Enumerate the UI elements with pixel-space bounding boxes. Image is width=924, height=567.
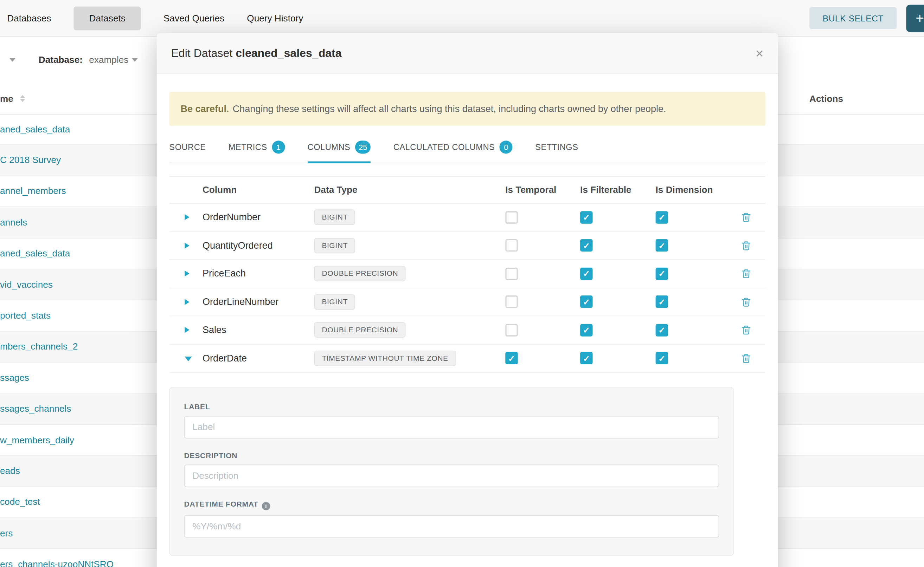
checkbox-is-filterable[interactable]: ✓ (580, 239, 593, 252)
columns-table-header: Column Data Type Is Temporal Is Filterab… (169, 176, 765, 204)
edit-dataset-modal: Edit Dataset cleaned_sales_data × Be car… (157, 33, 778, 567)
checkbox-is-filterable[interactable]: ✓ (580, 211, 593, 224)
column-row: OrderDateTIMESTAMP WITHOUT TIME ZONE✓✓✓ (169, 344, 765, 372)
check-icon: ✓ (658, 213, 665, 222)
chevron-right-icon[interactable] (185, 214, 190, 220)
add-button[interactable]: + (906, 4, 924, 32)
checkbox-is-filterable[interactable]: ✓ (580, 352, 593, 364)
modal-title-prefix: Edit Dataset (171, 47, 232, 59)
datetime-format-input[interactable] (184, 514, 719, 537)
chevron-down-icon[interactable] (9, 58, 15, 62)
dataset-name-link[interactable]: w_members_daily (0, 435, 74, 445)
bulk-select-button[interactable]: BULK SELECT (810, 7, 897, 29)
sort-icon[interactable] (20, 95, 25, 102)
delete-icon[interactable] (741, 353, 751, 364)
dataset-name-link[interactable]: ers (0, 528, 13, 538)
modal-body: Be careful. Changing these settings will… (157, 92, 778, 556)
check-icon: ✓ (658, 354, 665, 363)
tab-count-badge: 0 (500, 141, 513, 153)
dataset-name-link[interactable]: eads (0, 466, 20, 476)
delete-icon[interactable] (741, 325, 751, 335)
checkbox-is-temporal[interactable] (505, 239, 518, 252)
tab-source[interactable]: SOURCE (169, 134, 206, 163)
dataset-name-link[interactable]: ported_stats (0, 310, 51, 321)
description-field-label: DESCRIPTION (184, 452, 719, 460)
data-type-badge: BIGINT (314, 294, 355, 309)
check-icon: ✓ (583, 326, 590, 334)
columns-table-body: OrderNumberBIGINT✓✓QuantityOrderedBIGINT… (169, 203, 765, 372)
check-icon: ✓ (658, 270, 665, 278)
data-type-badge: BIGINT (314, 210, 355, 225)
checkbox-is-dimension[interactable]: ✓ (656, 324, 668, 336)
topnav-item-saved-queries[interactable]: Saved Queries (164, 6, 224, 30)
topnav-item-query-history[interactable]: Query History (247, 6, 303, 30)
label-field-label: LABEL (184, 403, 719, 411)
label-input[interactable] (184, 416, 719, 438)
tab-count-badge: 25 (355, 141, 371, 153)
header-is-dimension: Is Dimension (650, 184, 727, 195)
modal-title-dataset-name: cleaned_sales_data (236, 47, 342, 59)
chevron-right-icon[interactable] (185, 242, 190, 248)
topnav-item-datasets[interactable]: Datasets (74, 6, 141, 30)
tab-columns[interactable]: COLUMNS25 (308, 134, 371, 163)
delete-icon[interactable] (741, 240, 751, 251)
close-icon[interactable]: × (755, 46, 764, 60)
checkbox-is-filterable[interactable]: ✓ (580, 267, 593, 280)
dataset-name-link[interactable]: vid_vaccines (0, 279, 53, 290)
app-canvas: DatabasesDatasetsSaved QueriesQuery Hist… (0, 0, 924, 567)
dataset-name-link[interactable]: ers_channels-uzooNNtSRO (0, 559, 114, 567)
delete-icon[interactable] (741, 212, 751, 222)
database-filter-value[interactable]: examples (89, 54, 128, 65)
data-type-badge: TIMESTAMP WITHOUT TIME ZONE (314, 351, 456, 366)
dataset-name-link[interactable]: C 2018 Survey (0, 155, 61, 165)
dataset-name-link[interactable]: aned_sales_data (0, 124, 70, 134)
tab-calculated-columns[interactable]: CALCULATED COLUMNS0 (393, 134, 513, 163)
check-icon: ✓ (658, 326, 665, 334)
column-row: SalesDOUBLE PRECISION✓✓ (169, 316, 765, 344)
dataset-name-link[interactable]: aned_sales_data (0, 248, 70, 258)
column-name: OrderLineNumber (203, 297, 278, 307)
tab-settings[interactable]: SETTINGS (535, 134, 578, 163)
dataset-name-link[interactable]: code_test (0, 497, 40, 507)
checkbox-is-dimension[interactable]: ✓ (656, 267, 668, 280)
checkbox-is-temporal[interactable] (505, 324, 518, 336)
chevron-right-icon[interactable] (185, 271, 190, 277)
checkbox-is-temporal[interactable] (505, 267, 518, 280)
chevron-right-icon[interactable] (185, 299, 190, 305)
checkbox-is-filterable[interactable]: ✓ (580, 324, 593, 336)
tab-metrics[interactable]: METRICS1 (229, 134, 285, 163)
checkbox-is-temporal[interactable] (505, 296, 518, 308)
delete-icon[interactable] (741, 268, 751, 279)
checkbox-is-dimension[interactable]: ✓ (656, 352, 668, 364)
dataset-name-link[interactable]: mbers_channels_2 (0, 342, 78, 352)
checkbox-is-dimension[interactable]: ✓ (656, 239, 668, 252)
header-column: Column (203, 184, 315, 195)
topnav-item-databases[interactable]: Databases (7, 6, 51, 30)
checkbox-is-dimension[interactable]: ✓ (656, 296, 668, 308)
dataset-name-link[interactable]: annels (0, 217, 27, 228)
chevron-down-icon[interactable] (185, 357, 192, 362)
topnav-items: DatabasesDatasetsSaved QueriesQuery Hist… (7, 6, 303, 30)
description-input[interactable] (184, 464, 719, 487)
column-name: PriceEach (203, 268, 246, 279)
dataset-name-link[interactable]: annel_members (0, 186, 66, 196)
dataset-name-link[interactable]: ssages_channels (0, 404, 71, 414)
checkbox-is-filterable[interactable]: ✓ (580, 296, 593, 308)
modal-header: Edit Dataset cleaned_sales_data × (157, 33, 778, 74)
column-name: QuantityOrdered (203, 240, 273, 250)
data-type-badge: DOUBLE PRECISION (314, 322, 406, 338)
check-icon: ✓ (658, 242, 665, 250)
header-is-temporal: Is Temporal (499, 184, 574, 195)
checkbox-is-dimension[interactable]: ✓ (656, 211, 668, 224)
datetime-format-field-label: DATETIME FORMAT (184, 500, 719, 510)
delete-icon[interactable] (741, 297, 751, 307)
column-row: OrderNumberBIGINT✓✓ (169, 203, 765, 231)
dataset-name-link[interactable]: ssages (0, 372, 29, 383)
check-icon: ✓ (508, 354, 515, 363)
checkbox-is-temporal[interactable] (505, 211, 518, 224)
checkbox-is-temporal[interactable]: ✓ (505, 352, 518, 364)
database-filter-label: Database: (39, 54, 83, 65)
name-column-header[interactable]: me (0, 94, 14, 104)
chevron-right-icon[interactable] (185, 327, 190, 333)
chevron-down-icon[interactable] (132, 58, 138, 62)
